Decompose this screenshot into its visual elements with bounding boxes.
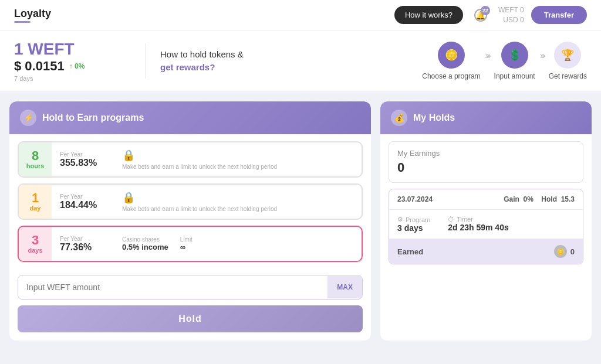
hold-record-header: 23.07.2024 Gain 0% Hold 15.3 [389,189,583,210]
banner-how-to: How to hold tokens & get rewards? [160,48,254,74]
program-lock-8hours: 🔒 Make bets and earn a limit to unlock t… [122,149,353,171]
weft-amount: 1 WEFT [14,40,131,59]
left-panel-header: ⚡ Hold to Earn programs [9,101,371,134]
program-shares-3days: Casino shares 0.5% income Limit ∞ [122,236,353,251]
usd-label: USD [503,16,518,24]
left-panel-title: Hold to Earn programs [42,113,144,123]
limit-item: Limit ∞ [180,236,193,251]
casino-shares-value: 0.5% income [122,243,168,251]
notification-button[interactable]: 🔔 22 [470,5,491,26]
get-rewards-link[interactable]: get rewards? [160,62,215,72]
lock-icon-1day: 🔒 [122,191,135,204]
program-lock-1day: 🔒 Make bets and earn a limit to unlock t… [122,191,353,213]
earned-right: 🪙 0 [554,245,575,258]
limit-label: Limit [180,236,193,243]
how-it-works-button[interactable]: How it works? [394,6,463,24]
logo: Loyalty [14,8,51,23]
right-panel-title: My Holds [413,113,455,123]
program-details-8hours: Per Year 355.83% 🔒 Make bets and earn a … [52,142,362,176]
my-holds-icon: 💰 [391,110,407,126]
program-details-3days: Per Year 77.36% Casino shares 0.5% incom… [52,227,362,261]
step-get-rewards: 🏆 Get rewards [549,42,587,80]
hold-date: 23.07.2024 [397,195,433,203]
lock-text-1day: Make bets and earn a limit to unlock the… [122,205,277,213]
program-card-1day[interactable]: 1 day Per Year 184.44% 🔒 Make bets and e… [18,183,363,220]
left-panel: ⚡ Hold to Earn programs 8 hours Per Year… [9,101,371,341]
price-value: $ 0.0151 [14,59,65,74]
rate-value-8hours: 355.83% [60,158,113,168]
banner-divider [146,43,146,79]
program-unit-day: day [30,205,41,212]
earned-value: 0 [570,247,575,256]
input-row: MAX [18,275,363,300]
step2-label: Input amount [494,72,535,80]
casino-shares-item: Casino shares 0.5% income [122,236,168,251]
my-holds-body: My Earnings 0 23.07.2024 Gain 0% Hold 15… [380,134,592,271]
earnings-title: My Earnings [397,149,575,158]
step-arrow-2: ››› [535,50,549,72]
main-content: ⚡ Hold to Earn programs 8 hours Per Year… [0,92,601,350]
program-card-3days[interactable]: 3 days Per Year 77.36% Casino shares 0.5… [18,226,363,262]
step1-icon: 🪙 [438,42,465,69]
rate-label-1day: Per Year [60,193,113,200]
rate-label-8hours: Per Year [60,151,113,158]
price-change: ↑ 0% [69,62,85,70]
banner-steps: 🪙 Choose a program ››› 💲 Input amount ››… [254,42,587,80]
timer-value: 2d 23h 59m 40s [448,223,509,232]
weft-label: WEFT [498,6,518,14]
programs-list: 8 hours Per Year 355.83% 🔒 Make bets and… [9,134,371,269]
banner: 1 WEFT $ 0.0151 ↑ 0% 7 days How to hold … [0,30,601,92]
hold-record-body: ⚙ Program 3 days ⏱ Timer 2d 23h 59m 40s [389,210,583,239]
price-display: $ 0.0151 ↑ 0% [14,59,131,74]
program-rate-3days: Per Year 77.36% [60,236,113,253]
right-panel: 💰 My Holds My Earnings 0 23.07.2024 Gain… [380,101,592,341]
program-num-3: 3 [32,234,39,247]
header-right: How it works? 🔔 22 WEFT 0 USD 0 Transfer [394,5,587,26]
rate-value-1day: 184.44% [60,200,113,210]
earned-row: Earned 🪙 0 [389,239,583,264]
transfer-button[interactable]: Transfer [531,6,587,24]
gain-value: 0% [524,195,534,203]
hold-record: 23.07.2024 Gain 0% Hold 15.3 ⚙ Program [389,189,583,264]
hold-label: Hold [541,195,557,203]
gain-label: Gain [504,195,519,203]
hold-button[interactable]: Hold [18,305,363,332]
timer-info: ⏱ Timer 2d 23h 59m 40s [448,216,509,233]
weft-value: 0 [520,6,524,14]
banner-price-section: 1 WEFT $ 0.0151 ↑ 0% 7 days [14,40,131,82]
timer-icon: ⏱ [448,216,454,223]
earned-label: Earned [397,247,423,256]
limit-value: ∞ [180,243,193,251]
program-value: 3 days [397,223,430,233]
weft-amount-input[interactable] [18,275,327,299]
gain-info: Gain 0% Hold 15.3 [504,195,575,203]
lock-icon-8hours: 🔒 [122,149,135,162]
step-arrow-1: ››› [481,50,494,72]
earned-coin-icon: 🪙 [554,245,567,258]
usd-value: 0 [520,16,524,24]
program-info: ⚙ Program 3 days [397,216,430,233]
program-unit-days: days [28,247,42,254]
program-badge-1day: 1 day [19,185,52,219]
step2-icon: 💲 [501,42,528,69]
max-button[interactable]: MAX [327,276,362,298]
hold-to-earn-icon: ⚡ [20,110,36,126]
program-num-1: 1 [32,192,39,205]
weft-balance: WEFT 0 USD 0 [498,5,524,25]
program-icon: ⚙ [397,216,403,223]
program-rate-1day: Per Year 184.44% [60,193,113,210]
program-unit-hours: hours [26,162,45,169]
notification-badge: 22 [481,6,490,15]
casino-shares-label: Casino shares [122,236,168,243]
step3-icon: 🏆 [554,42,581,69]
program-label: ⚙ Program [397,216,430,223]
step3-label: Get rewards [549,72,587,80]
input-section: MAX [9,269,371,300]
hold-value: 15.3 [561,195,575,203]
program-card-8hours[interactable]: 8 hours Per Year 355.83% 🔒 Make bets and… [18,141,363,178]
program-rate-8hours: Per Year 355.83% [60,151,113,168]
earnings-card: My Earnings 0 [389,141,583,183]
rate-value-3days: 77.36% [60,242,113,253]
price-days: 7 days [14,75,131,82]
rate-label-3days: Per Year [60,236,113,242]
